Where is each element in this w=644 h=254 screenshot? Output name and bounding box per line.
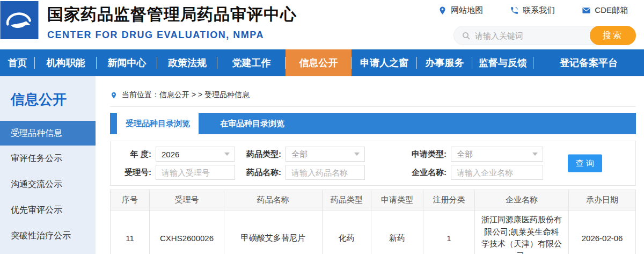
sitemap-link[interactable]: 网站地图 bbox=[438, 5, 483, 16]
cell-drug-type: 化药 bbox=[322, 211, 371, 254]
accept-no-label: 受理号: bbox=[117, 168, 151, 178]
search-icon bbox=[462, 31, 471, 40]
col-seq: 序号 bbox=[111, 190, 150, 211]
chevron-down-icon bbox=[532, 153, 538, 156]
year-value: 2026 bbox=[162, 150, 179, 159]
chevron-down-icon bbox=[354, 153, 360, 156]
nav-item-home[interactable]: 首页 bbox=[0, 49, 35, 76]
contact-link[interactable]: 联系我们 bbox=[510, 5, 555, 16]
breadcrumb: 当前位置：信息公开 > > 受理品种信息 bbox=[110, 90, 636, 107]
location-pin-icon bbox=[110, 91, 118, 100]
mailbox-link[interactable]: CDE邮箱 bbox=[582, 5, 628, 16]
apply-type-select[interactable]: 全部 bbox=[451, 147, 543, 162]
breadcrumb-text[interactable]: 当前位置：信息公开 > > 受理品种信息 bbox=[122, 90, 250, 100]
accept-no-input[interactable] bbox=[156, 165, 235, 180]
main-area: 信息公开 受理品种信息 审评任务公示 沟通交流公示 优先审评公示 突破性治疗公示… bbox=[0, 76, 644, 254]
site-title: 国家药品监督管理局药品审评中心 bbox=[47, 4, 297, 26]
cde-logo[interactable] bbox=[0, 1, 39, 39]
tab-accepted-catalog[interactable]: 受理品种目录浏览 bbox=[117, 113, 199, 134]
nav-item-registration-platform[interactable]: 登记备案平台 bbox=[533, 49, 644, 76]
nav-item-services[interactable]: 办事服务 bbox=[417, 49, 472, 76]
drug-type-label: 药品类型: bbox=[235, 149, 281, 159]
filter-panel: 年 度: 2026 药品类型: 全部 申请类型: 全部 受理号: bbox=[110, 141, 636, 186]
apply-type-label: 申请类型: bbox=[400, 149, 447, 159]
cell-accept-no: CXHS2600026 bbox=[150, 211, 224, 254]
drug-type-select[interactable]: 全部 bbox=[286, 147, 365, 162]
cell-reg-class: 1 bbox=[423, 211, 474, 254]
sitemap-label: 网站地图 bbox=[451, 5, 483, 16]
nav-item-party[interactable]: 党建工作 bbox=[217, 49, 286, 76]
nav-item-applicant-window[interactable]: 申请人之窗 bbox=[352, 49, 417, 76]
fish-swirl-icon bbox=[0, 1, 39, 39]
col-drug-type: 药品类型 bbox=[322, 190, 371, 211]
nav-item-news[interactable]: 新闻中心 bbox=[97, 49, 157, 76]
tab-bar: 受理品种目录浏览 在审品种目录浏览 bbox=[110, 113, 636, 134]
nav-item-functions[interactable]: 机构职能 bbox=[35, 49, 97, 76]
sidebar-item-priority-review[interactable]: 优先审评公示 bbox=[0, 197, 96, 223]
results-table: 序号 受理号 药品名称 药品类型 申请类型 注册分类 企业名称 承办日期 11 … bbox=[110, 190, 636, 254]
main-nav: 首页 机构职能 新闻中心 政策法规 党建工作 信息公开 申请人之窗 办事服务 监… bbox=[0, 49, 644, 76]
col-company: 企业名称 bbox=[474, 190, 569, 211]
col-accept-no: 受理号 bbox=[150, 190, 224, 211]
cell-apply-type: 新药 bbox=[371, 211, 423, 254]
drug-type-value: 全部 bbox=[291, 149, 308, 159]
sidebar-menu: 受理品种信息 审评任务公示 沟通交流公示 优先审评公示 突破性治疗公示 bbox=[0, 121, 96, 249]
drug-name-label: 药品名称: bbox=[235, 168, 281, 178]
sidebar: 信息公开 受理品种信息 审评任务公示 沟通交流公示 优先审评公示 突破性治疗公示 bbox=[0, 76, 96, 254]
sidebar-item-breakthrough-therapy[interactable]: 突破性治疗公示 bbox=[0, 223, 96, 249]
year-label: 年 度: bbox=[117, 149, 151, 159]
col-date: 承办日期 bbox=[569, 190, 636, 211]
search-button[interactable]: 搜索 bbox=[590, 26, 636, 45]
filter-row-2: 受理号: 药品名称: 企业名称: bbox=[117, 165, 635, 180]
company-input[interactable] bbox=[451, 165, 543, 180]
sidebar-item-review-tasks[interactable]: 审评任务公示 bbox=[0, 146, 96, 171]
filter-row-1: 年 度: 2026 药品类型: 全部 申请类型: 全部 bbox=[117, 147, 635, 162]
table-header-row: 序号 受理号 药品名称 药品类型 申请类型 注册分类 企业名称 承办日期 bbox=[111, 190, 636, 211]
site-header: 国家药品监督管理局药品审评中心 CENTER FOR DRUG EVALUATI… bbox=[0, 0, 644, 49]
search-bar: 搜索 bbox=[453, 26, 636, 45]
contact-label: 联系我们 bbox=[523, 5, 555, 16]
col-reg-class: 注册分类 bbox=[423, 190, 474, 211]
chevron-down-icon bbox=[224, 153, 230, 156]
mail-icon bbox=[582, 6, 591, 15]
site-subtitle: CENTER FOR DRUG EVALUATION, NMPA bbox=[47, 30, 297, 41]
company-label: 企业名称: bbox=[400, 168, 447, 178]
cell-company: 浙江同源康医药股份有限公司;凯莱英生命科学技术（天津）有限公司; bbox=[474, 211, 569, 254]
sidebar-item-accepted-varieties[interactable]: 受理品种信息 bbox=[0, 121, 96, 146]
search-input[interactable] bbox=[471, 31, 590, 40]
site-titles: 国家药品监督管理局药品审评中心 CENTER FOR DRUG EVALUATI… bbox=[47, 4, 297, 41]
tab-under-review-catalog[interactable]: 在审品种目录浏览 bbox=[207, 113, 297, 134]
table-row: 11 CXHS2600026 甲磺酸艾多替尼片 化药 新药 1 浙江同源康医药股… bbox=[111, 211, 636, 254]
year-select[interactable]: 2026 bbox=[156, 147, 235, 162]
sidebar-item-communication[interactable]: 沟通交流公示 bbox=[0, 171, 96, 197]
cell-drug-name: 甲磺酸艾多替尼片 bbox=[224, 211, 323, 254]
cell-date: 2026-02-06 bbox=[569, 211, 636, 254]
apply-type-value: 全部 bbox=[457, 149, 473, 159]
query-button[interactable]: 查 询 bbox=[568, 155, 602, 172]
drug-name-input[interactable] bbox=[286, 165, 365, 180]
content-area: 当前位置：信息公开 > > 受理品种信息 受理品种目录浏览 在审品种目录浏览 年… bbox=[96, 76, 644, 254]
cell-seq: 11 bbox=[111, 211, 150, 254]
phone-icon bbox=[510, 6, 519, 15]
quick-links: 网站地图 联系我们 CDE邮箱 bbox=[438, 5, 628, 16]
nav-item-info-disclosure[interactable]: 信息公开 bbox=[286, 49, 352, 76]
sidebar-title: 信息公开 bbox=[0, 90, 96, 109]
mailbox-label: CDE邮箱 bbox=[595, 5, 628, 16]
nav-item-supervision[interactable]: 监督与反馈 bbox=[472, 49, 533, 76]
col-drug-name: 药品名称 bbox=[224, 190, 323, 211]
col-apply-type: 申请类型 bbox=[371, 190, 423, 211]
nav-item-policy[interactable]: 政策法规 bbox=[157, 49, 217, 76]
location-pin-icon bbox=[438, 6, 447, 15]
